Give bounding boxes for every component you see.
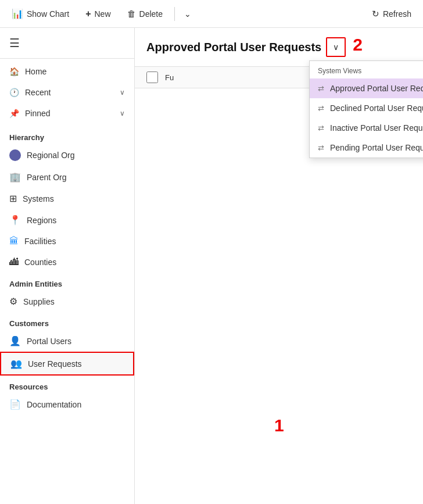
dropdown-item-approved[interactable]: ⇄ Approved Portal User Requests bbox=[310, 78, 423, 98]
table-view-icon: ⇄ bbox=[318, 144, 324, 152]
toolbar: 📊 Show Chart + New 🗑 Delete ⌄ ↻ Refresh bbox=[0, 0, 423, 28]
sidebar-item-label: User Requests bbox=[28, 359, 82, 369]
building-dark-icon: 🏙 bbox=[9, 257, 19, 267]
sidebar-item-portal-users[interactable]: 👤 Portal Users bbox=[0, 330, 134, 352]
hamburger-icon: ☰ bbox=[9, 37, 20, 49]
building-blue-icon: 🏛 bbox=[9, 236, 19, 246]
sidebar-item-supplies[interactable]: ⚙ Supplies bbox=[0, 291, 134, 312]
table-view-icon: ⇄ bbox=[318, 104, 324, 113]
page-title: Approved Portal User Requests bbox=[146, 41, 321, 54]
sidebar-item-recent[interactable]: 🕐 Recent ∨ bbox=[0, 82, 134, 103]
sidebar-item-label: Parent Org bbox=[27, 173, 66, 182]
show-chart-icon: 📊 bbox=[12, 8, 23, 19]
chevron-icon: ∨ bbox=[120, 109, 125, 117]
annotation-1: 1 bbox=[274, 416, 284, 435]
sidebar-item-label: Home bbox=[25, 67, 46, 76]
table-view-icon: ⇄ bbox=[318, 124, 324, 133]
admin-entities-section-label: Admin Entities bbox=[0, 273, 134, 291]
view-dropdown-menu: System Views ⇄ Approved Portal User Requ… bbox=[309, 60, 423, 158]
resources-section-label: Resources bbox=[0, 376, 134, 394]
annotation-2: 2 bbox=[353, 36, 363, 53]
dropdown-item-declined[interactable]: ⇄ Declined Portal User Requests bbox=[310, 98, 423, 118]
plus-icon: + bbox=[85, 9, 91, 19]
dropdown-item-label: Pending Portal User Requests bbox=[330, 143, 423, 152]
globe-icon bbox=[9, 149, 21, 161]
sidebar-item-pinned[interactable]: 📌 Pinned ∨ bbox=[0, 103, 134, 124]
map-pin-icon: 📍 bbox=[9, 215, 21, 226]
new-label: New bbox=[95, 9, 111, 19]
toolbar-divider bbox=[174, 7, 175, 21]
sidebar-item-systems[interactable]: ⊞ Systems bbox=[0, 188, 134, 209]
dropdown-item-label: Approved Portal User Requests bbox=[330, 84, 423, 93]
grid-icon: ⊞ bbox=[9, 193, 17, 204]
main-layout: ☰ 🏠 Home 🕐 Recent ∨ 📌 Pinned ∨ Hierarchy… bbox=[0, 28, 423, 504]
delete-icon: 🗑 bbox=[127, 9, 136, 19]
sidebar-item-documentation[interactable]: 📄 Documentation bbox=[0, 394, 134, 415]
annotation-1-container: 1 bbox=[274, 417, 284, 434]
sidebar-item-parent-org[interactable]: 🏢 Parent Org bbox=[0, 166, 134, 188]
show-chart-button[interactable]: 📊 Show Chart bbox=[5, 5, 76, 23]
sidebar-nav: 🏠 Home 🕐 Recent ∨ 📌 Pinned ∨ bbox=[0, 59, 134, 126]
refresh-button[interactable]: ↻ Refresh bbox=[365, 5, 418, 23]
sidebar-item-label: Counties bbox=[24, 258, 56, 267]
person-icon: 👤 bbox=[9, 335, 21, 346]
content-area: Approved Portal User Requests ∨ 2 Fu Sys… bbox=[135, 28, 423, 504]
dropdown-item-pending[interactable]: ⇄ Pending Portal User Requests bbox=[310, 138, 423, 158]
view-dropdown-button[interactable]: ∨ bbox=[326, 37, 346, 57]
table-col-header: Fu bbox=[165, 73, 174, 82]
new-button[interactable]: + New bbox=[78, 5, 117, 23]
pin-icon: 📌 bbox=[9, 109, 19, 118]
dropdown-item-label: Declined Portal User Requests bbox=[330, 103, 423, 113]
sidebar-item-user-requests[interactable]: 👥 User Requests bbox=[0, 352, 134, 376]
more-button[interactable]: ⌄ bbox=[180, 6, 196, 22]
system-views-label: System Views bbox=[310, 61, 423, 78]
hierarchy-section-label: Hierarchy bbox=[0, 126, 134, 144]
sidebar-item-label: Pinned bbox=[25, 109, 51, 118]
sidebar-item-label: Recent bbox=[25, 88, 51, 97]
sidebar-item-label: Regions bbox=[27, 216, 56, 225]
delete-label: Delete bbox=[139, 9, 163, 19]
dropdown-item-inactive[interactable]: ⇄ Inactive Portal User Requests bbox=[310, 118, 423, 138]
sidebar-item-regional-org[interactable]: Regional Org bbox=[0, 144, 134, 166]
sidebar-item-label: Facilities bbox=[24, 237, 56, 246]
select-all-checkbox[interactable] bbox=[146, 72, 158, 83]
refresh-icon: ↻ bbox=[372, 9, 379, 19]
chevron-icon: ∨ bbox=[120, 88, 125, 96]
recent-icon: 🕐 bbox=[9, 88, 19, 97]
chevron-down-icon: ⌄ bbox=[184, 9, 191, 19]
sidebar-item-label: Regional Org bbox=[27, 151, 75, 160]
chevron-down-icon: ∨ bbox=[333, 42, 339, 52]
person-check-icon: 👥 bbox=[10, 358, 22, 369]
home-icon: 🏠 bbox=[9, 67, 19, 76]
sidebar: ☰ 🏠 Home 🕐 Recent ∨ 📌 Pinned ∨ Hierarchy… bbox=[0, 28, 135, 504]
sidebar-item-counties[interactable]: 🏙 Counties bbox=[0, 252, 134, 273]
sidebar-item-label: Documentation bbox=[27, 400, 81, 409]
building-gray-icon: 🏢 bbox=[9, 171, 21, 183]
sidebar-item-label: Systems bbox=[23, 194, 54, 203]
doc-icon: 📄 bbox=[9, 399, 21, 410]
sidebar-item-regions[interactable]: 📍 Regions bbox=[0, 209, 134, 231]
sidebar-item-label: Supplies bbox=[23, 297, 55, 306]
sidebar-top: ☰ bbox=[0, 28, 134, 59]
hamburger-button[interactable]: ☰ bbox=[7, 34, 22, 52]
sidebar-item-facilities[interactable]: 🏛 Facilities bbox=[0, 231, 134, 252]
sidebar-item-home[interactable]: 🏠 Home bbox=[0, 61, 134, 82]
customers-section-label: Customers bbox=[0, 312, 134, 330]
show-chart-label: Show Chart bbox=[27, 9, 69, 19]
delete-button[interactable]: 🗑 Delete bbox=[120, 5, 170, 22]
sidebar-item-label: Portal Users bbox=[27, 337, 71, 346]
gear-icon: ⚙ bbox=[9, 296, 17, 307]
dropdown-item-label: Inactive Portal User Requests bbox=[330, 123, 423, 133]
refresh-label: Refresh bbox=[383, 9, 411, 19]
table-view-icon: ⇄ bbox=[318, 84, 324, 93]
